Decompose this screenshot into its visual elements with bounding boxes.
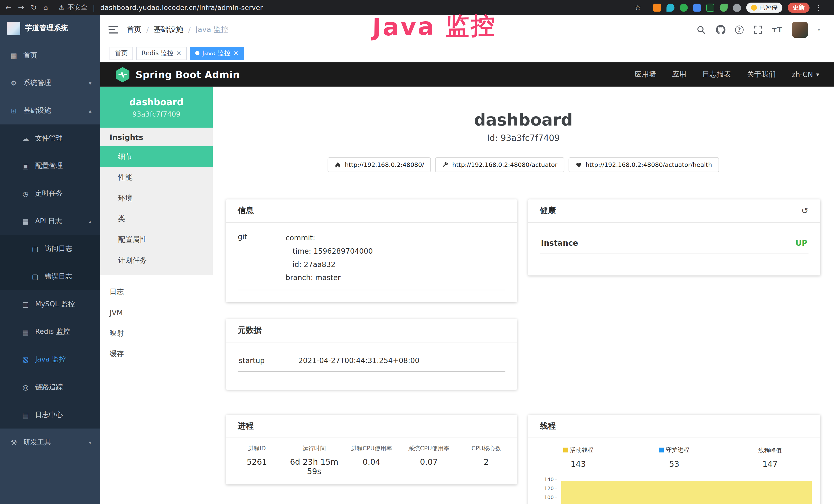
sidebar-item-infra[interactable]: ⊞ 基础设施 ▴ [0, 97, 100, 124]
sba-nav-about[interactable]: 关于我们 [747, 70, 776, 79]
sidebar-item-file-manage[interactable]: ☁ 文件管理 [0, 124, 100, 152]
sba-item-caches[interactable]: 缓存 [100, 344, 213, 364]
threads-card-title: 线程 [540, 421, 556, 431]
gear-icon: ⚙ [9, 79, 18, 87]
sidebar-item-redis-monitor[interactable]: ▦ Redis 监控 [0, 318, 100, 346]
help-icon[interactable]: ? [735, 25, 743, 34]
sidebar-item-api-log[interactable]: ▤ API 日志 ▴ [0, 207, 100, 235]
security-label[interactable]: 不安全 [68, 3, 88, 12]
annotation-text: Java 监控 [372, 9, 497, 44]
sba-nav-journal[interactable]: 日志报表 [702, 70, 731, 79]
tab-home[interactable]: 首页 [110, 46, 133, 60]
extension-fox-icon[interactable] [653, 3, 661, 11]
health-url-button[interactable]: http://192.168.0.2:48080/actuator/health [568, 157, 719, 172]
sidebar-item-log-center[interactable]: ▤ 日志中心 [0, 401, 100, 429]
metadata-key: startup [239, 356, 299, 365]
extension-paw-icon[interactable] [733, 3, 741, 11]
health-card: 健康 ↺ Instance UP [528, 200, 820, 275]
font-size-icon[interactable]: тT [772, 25, 783, 34]
metadata-card-header: 元数据 [226, 319, 517, 342]
caret-down-icon[interactable]: ▾ [818, 27, 820, 32]
avatar[interactable] [792, 22, 808, 38]
sidebar-toggle-icon[interactable] [108, 26, 118, 33]
legend-peak-threads: 线程峰值 147 [722, 444, 818, 469]
sba-item-details[interactable]: 细节 [100, 146, 213, 167]
reload-icon[interactable]: ↻ [30, 4, 37, 11]
browser-home-icon[interactable]: ⌂ [43, 4, 48, 11]
app-logo[interactable]: 芋道管理系统 [0, 15, 100, 42]
metadata-card-body: startup 2021-04-27T00:44:31.254+08:00 [226, 343, 517, 380]
extension-grid-icon[interactable] [693, 3, 701, 11]
redis-icon: ▦ [21, 328, 30, 336]
health-instance-row[interactable]: Instance UP [540, 231, 809, 254]
search-icon[interactable] [697, 25, 706, 35]
sba-item-mappings[interactable]: 映射 [100, 323, 213, 344]
sba-item-classes[interactable]: 类 [100, 208, 213, 229]
sba-root-items: 日志 JVM 映射 缓存 [100, 275, 213, 364]
sba-item-scheduled-tasks[interactable]: 计划任务 [100, 250, 213, 271]
sba-logo-icon [115, 67, 130, 82]
app-title: 芋道管理系统 [25, 23, 68, 33]
forward-icon[interactable]: → [18, 4, 24, 11]
heart-icon [575, 162, 582, 168]
metadata-card: 元数据 startup 2021-04-27T00:44:31.254+08:0… [226, 319, 517, 389]
breadcrumb-item[interactable]: 首页 [127, 25, 141, 35]
log-center-icon: ▤ [21, 411, 30, 419]
sidebar-item-java-monitor[interactable]: ▧ Java 监控 [0, 346, 100, 373]
tab-close-icon[interactable]: × [176, 49, 182, 57]
metric-uptime: 运行时间 6d 23h 15m 59s [286, 444, 343, 476]
breadcrumb-separator: / [188, 25, 191, 34]
sba-nav-applications[interactable]: 应用 [672, 70, 686, 79]
sba-item-jvm[interactable]: JVM [100, 302, 213, 323]
menu-kebab-icon[interactable]: ⋮ [815, 4, 822, 11]
sidebar-item-label: 研发工具 [23, 437, 51, 447]
bookmark-star-icon[interactable]: ☆ [634, 4, 641, 11]
logo-image [7, 22, 20, 35]
address-bar[interactable]: ⚠ 不安全 | dashboard.yudao.iocoder.cn/infra… [59, 3, 263, 12]
service-url-button[interactable]: http://192.168.0.2:48080/ [328, 157, 431, 172]
sidebar-item-label: Redis 监控 [35, 327, 70, 337]
sidebar-item-home[interactable]: ▦ 首页 [0, 42, 100, 69]
url-text[interactable]: dashboard.yudao.iocoder.cn/infra/admin-s… [101, 3, 263, 11]
sidebar-item-trace[interactable]: ◎ 链路追踪 [0, 373, 100, 401]
extension-green-icon[interactable] [679, 3, 687, 11]
github-icon[interactable] [716, 25, 725, 35]
extension-on-icon[interactable] [706, 3, 714, 11]
home-icon [335, 162, 341, 168]
sba-item-configprops[interactable]: 配置属性 [100, 229, 213, 250]
git-id-line: id: 27aa832 [286, 258, 373, 271]
back-icon[interactable]: ← [5, 4, 12, 11]
sidebar-item-cron-job[interactable]: ◷ 定时任务 [0, 180, 100, 207]
sba-nav-wallboard[interactable]: 应用墙 [634, 70, 656, 79]
process-card-title: 进程 [238, 421, 254, 431]
sba-item-environment[interactable]: 环境 [100, 188, 213, 208]
actuator-url-button[interactable]: http://192.168.0.2:48080/actuator [435, 157, 564, 172]
legend-daemon-threads: 守护进程 53 [626, 444, 722, 469]
sidebar-item-error-log[interactable]: ▢ 错误日志 [0, 263, 100, 290]
history-icon[interactable]: ↺ [802, 206, 809, 216]
update-button[interactable]: 更新 [788, 2, 810, 12]
sidebar-item-label: API 日志 [35, 216, 62, 226]
tab-redis-monitor[interactable]: Redis 监控 × [136, 46, 187, 60]
instance-header[interactable]: dashboard 93a3fc7f7409 [100, 87, 213, 128]
sidebar-item-devtools[interactable]: ⚒ 研发工具 ▾ [0, 429, 100, 456]
extension-drop-icon[interactable] [666, 3, 674, 11]
tab-java-monitor[interactable]: Java 监控 × [190, 46, 244, 60]
locale-select[interactable]: zh-CN ▾ [792, 70, 819, 78]
chevron-down-icon: ▾ [816, 71, 819, 78]
sba-item-metrics[interactable]: 性能 [100, 167, 213, 188]
breadcrumb-item[interactable]: 基础设施 [154, 25, 183, 35]
metadata-row-startup: startup 2021-04-27T00:44:31.254+08:00 [238, 351, 505, 372]
fullscreen-icon[interactable] [753, 25, 763, 35]
extension-leaf-icon[interactable] [720, 3, 727, 11]
tab-close-icon[interactable]: × [233, 49, 239, 57]
sidebar-item-mysql-monitor[interactable]: ▥ MySQL 监控 [0, 290, 100, 318]
sidebar-item-config-manage[interactable]: ▣ 配置管理 [0, 152, 100, 180]
paused-badge[interactable]: 已暂停 [746, 2, 782, 12]
sidebar-item-system[interactable]: ⚙ 系统管理 ▾ [0, 69, 100, 97]
sba-item-logs[interactable]: 日志 [100, 281, 213, 302]
sba-brand[interactable]: Spring Boot Admin [115, 67, 240, 82]
sba-main: dashboard Id: 93a3fc7f7409 http://192.16… [213, 87, 834, 504]
file-manage-icon: ☁ [21, 134, 30, 142]
sidebar-item-access-log[interactable]: ▢ 访问日志 [0, 235, 100, 263]
